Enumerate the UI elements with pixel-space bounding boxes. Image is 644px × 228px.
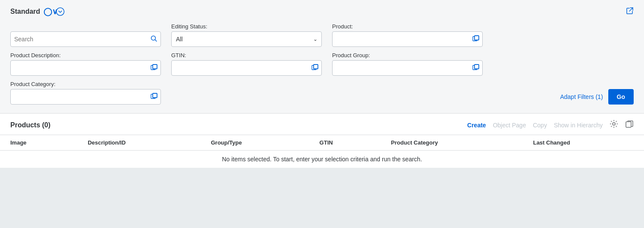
- panel-header: Standard ◯∨: [10, 7, 634, 16]
- search-col: [10, 31, 161, 47]
- col-image: Image: [0, 135, 77, 151]
- gear-icon: [610, 120, 618, 128]
- filter-actions: Adapt Filters (1) Go: [560, 89, 634, 105]
- show-in-hierarchy-button[interactable]: Show in Hierarchy: [554, 122, 603, 129]
- product-group-wrapper: [332, 60, 483, 76]
- adapt-filters-button[interactable]: Adapt Filters (1): [560, 93, 603, 100]
- filter-panel: Standard ◯∨: [0, 0, 644, 114]
- filter-rows: Editing Status: All Changed Unchanged Lo…: [10, 23, 634, 105]
- search-input[interactable]: [10, 31, 161, 47]
- editing-status-select[interactable]: All Changed Unchanged Locked: [171, 31, 322, 47]
- svg-rect-14: [475, 65, 479, 69]
- external-link-button[interactable]: [626, 7, 634, 16]
- product-group-input[interactable]: [332, 60, 483, 76]
- empty-row: No items selected. To start, enter your …: [0, 151, 644, 168]
- copy-button[interactable]: Copy: [533, 122, 547, 129]
- col-group-type: Group/Type: [200, 135, 309, 151]
- panel-title-wrapper: Standard ◯∨: [10, 7, 65, 16]
- product-description-label: Product Description:: [10, 52, 161, 59]
- external-link-icon: [626, 7, 634, 15]
- product-description-input[interactable]: [10, 60, 161, 76]
- product-browse-icon[interactable]: [472, 35, 479, 43]
- col-last-changed: Last Changed: [523, 135, 644, 151]
- table-actions: Create Object Page Copy Show in Hierarch…: [467, 120, 634, 130]
- svg-line-1: [629, 8, 633, 11]
- table-header-row: Image Description/ID Group/Type GTIN Pro…: [0, 135, 644, 151]
- settings-icon-button[interactable]: [610, 120, 618, 130]
- search-input-wrapper: [10, 31, 161, 47]
- product-category-input[interactable]: [10, 89, 161, 105]
- export-icon-button[interactable]: [625, 120, 634, 130]
- go-button[interactable]: Go: [608, 89, 634, 105]
- col-gtin: GTIN: [309, 135, 381, 151]
- empty-message: No items selected. To start, enter your …: [0, 151, 644, 168]
- gtin-wrapper: [171, 60, 322, 76]
- product-col: Product:: [332, 23, 483, 47]
- col-description-id: Description/ID: [77, 135, 200, 151]
- filter-row-3: Product Category:: [10, 81, 634, 105]
- col-product-category: Product Category: [381, 135, 523, 151]
- editing-status-wrapper: All Changed Unchanged Locked ⌄: [171, 31, 322, 47]
- svg-rect-17: [153, 93, 157, 98]
- gtin-input[interactable]: [171, 60, 322, 76]
- svg-rect-20: [626, 122, 631, 127]
- product-group-label: Product Group:: [332, 52, 483, 59]
- product-description-col: Product Description:: [10, 52, 161, 76]
- create-button[interactable]: Create: [467, 122, 486, 129]
- svg-point-19: [613, 123, 615, 125]
- svg-rect-11: [314, 65, 318, 69]
- editing-status-col: Editing Status: All Changed Unchanged Lo…: [171, 23, 322, 47]
- table-title: Products (0): [10, 121, 50, 129]
- page-title: Standard: [10, 8, 40, 15]
- product-category-browse-icon[interactable]: [151, 93, 157, 101]
- product-description-wrapper: [10, 60, 161, 76]
- filter-row-2: Product Description:: [10, 52, 634, 76]
- product-label: Product:: [332, 23, 483, 30]
- product-category-wrapper: [10, 89, 161, 105]
- table-section: Products (0) Create Object Page Copy Sho…: [0, 114, 644, 168]
- gtin-label: GTIN:: [171, 52, 322, 59]
- svg-rect-5: [475, 36, 479, 40]
- gtin-browse-icon[interactable]: [311, 64, 318, 72]
- table-header: Products (0) Create Object Page Copy Sho…: [0, 114, 644, 135]
- products-table: Image Description/ID Group/Type GTIN Pro…: [0, 135, 644, 168]
- product-description-browse-icon[interactable]: [151, 64, 157, 72]
- product-input-wrapper: [332, 31, 483, 47]
- product-category-label: Product Category:: [10, 81, 161, 87]
- gtin-col: GTIN:: [171, 52, 322, 76]
- copy-table-icon: [625, 120, 634, 128]
- filter-row-1: Editing Status: All Changed Unchanged Lo…: [10, 23, 634, 47]
- page-container: Standard ◯∨: [0, 0, 644, 168]
- object-page-button[interactable]: Object Page: [493, 122, 526, 129]
- editing-status-label: Editing Status:: [171, 23, 322, 30]
- svg-rect-8: [153, 65, 157, 69]
- product-group-col: Product Group:: [332, 52, 483, 76]
- svg-point-0: [56, 8, 64, 15]
- chevron-circle-icon[interactable]: [56, 7, 65, 16]
- product-category-col: Product Category:: [10, 81, 161, 105]
- product-group-browse-icon[interactable]: [472, 64, 479, 72]
- product-input[interactable]: [332, 31, 483, 47]
